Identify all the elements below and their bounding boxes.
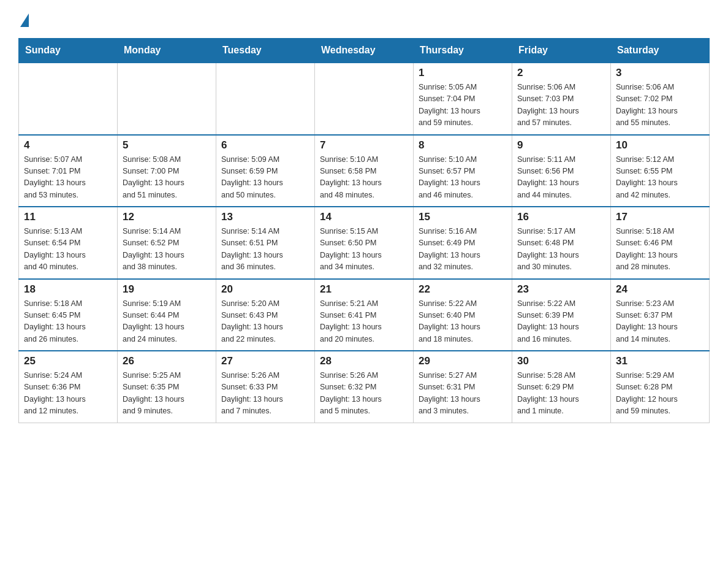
day-number: 15 [419,211,507,223]
day-number: 18 [24,283,112,296]
day-number: 5 [123,139,211,151]
day-info: Sunrise: 5:10 AM Sunset: 6:58 PM Dayligh… [320,154,408,202]
day-info: Sunrise: 5:15 AM Sunset: 6:50 PM Dayligh… [320,226,408,274]
day-number: 13 [221,211,309,223]
day-number: 23 [517,283,605,296]
col-header-friday: Friday [512,39,611,63]
day-number: 30 [517,355,605,367]
calendar-cell: 30Sunrise: 5:28 AM Sunset: 6:29 PM Dayli… [512,351,611,423]
col-header-thursday: Thursday [414,39,512,63]
calendar-cell: 18Sunrise: 5:18 AM Sunset: 6:45 PM Dayli… [19,279,118,351]
day-number: 29 [419,355,507,367]
day-info: Sunrise: 5:06 AM Sunset: 7:02 PM Dayligh… [616,82,704,129]
day-number: 26 [123,355,211,367]
calendar-cell: 4Sunrise: 5:07 AM Sunset: 7:01 PM Daylig… [19,135,118,207]
day-number: 12 [123,211,211,223]
day-number: 3 [616,67,704,79]
calendar-cell: 11Sunrise: 5:13 AM Sunset: 6:54 PM Dayli… [19,207,118,279]
day-info: Sunrise: 5:19 AM Sunset: 6:44 PM Dayligh… [123,298,211,346]
logo-triangle-icon [20,13,29,27]
day-number: 6 [221,139,309,151]
calendar-cell: 13Sunrise: 5:14 AM Sunset: 6:51 PM Dayli… [216,207,315,279]
day-number: 2 [517,67,605,79]
day-info: Sunrise: 5:29 AM Sunset: 6:28 PM Dayligh… [616,370,704,418]
calendar-cell: 16Sunrise: 5:17 AM Sunset: 6:48 PM Dayli… [512,207,611,279]
col-header-saturday: Saturday [611,39,710,63]
day-number: 25 [24,355,112,367]
day-number: 28 [320,355,408,367]
calendar-header-row: SundayMondayTuesdayWednesdayThursdayFrid… [19,39,710,63]
calendar-cell: 10Sunrise: 5:12 AM Sunset: 6:55 PM Dayli… [611,135,710,207]
calendar-cell: 12Sunrise: 5:14 AM Sunset: 6:52 PM Dayli… [118,207,216,279]
calendar-cell: 14Sunrise: 5:15 AM Sunset: 6:50 PM Dayli… [315,207,414,279]
calendar-cell [19,63,118,135]
col-header-wednesday: Wednesday [315,39,414,63]
page-header [18,12,710,27]
calendar-cell: 1Sunrise: 5:05 AM Sunset: 7:04 PM Daylig… [414,63,512,135]
day-number: 14 [320,211,408,223]
day-info: Sunrise: 5:10 AM Sunset: 6:57 PM Dayligh… [419,154,507,202]
day-info: Sunrise: 5:09 AM Sunset: 6:59 PM Dayligh… [221,154,309,202]
day-info: Sunrise: 5:08 AM Sunset: 7:00 PM Dayligh… [123,154,211,202]
calendar-cell: 9Sunrise: 5:11 AM Sunset: 6:56 PM Daylig… [512,135,611,207]
calendar-cell [315,63,414,135]
calendar-week-4: 18Sunrise: 5:18 AM Sunset: 6:45 PM Dayli… [19,279,710,351]
calendar-cell: 6Sunrise: 5:09 AM Sunset: 6:59 PM Daylig… [216,135,315,207]
calendar-cell [118,63,216,135]
col-header-monday: Monday [118,39,216,63]
day-info: Sunrise: 5:26 AM Sunset: 6:32 PM Dayligh… [320,370,408,418]
day-number: 4 [24,139,112,151]
day-info: Sunrise: 5:20 AM Sunset: 6:43 PM Dayligh… [221,298,309,346]
calendar-cell: 23Sunrise: 5:22 AM Sunset: 6:39 PM Dayli… [512,279,611,351]
calendar-cell: 28Sunrise: 5:26 AM Sunset: 6:32 PM Dayli… [315,351,414,423]
calendar-table: SundayMondayTuesdayWednesdayThursdayFrid… [18,38,710,423]
day-info: Sunrise: 5:11 AM Sunset: 6:56 PM Dayligh… [517,154,605,202]
day-number: 17 [616,211,704,223]
calendar-cell: 2Sunrise: 5:06 AM Sunset: 7:03 PM Daylig… [512,63,611,135]
day-number: 31 [616,355,704,367]
calendar-cell: 31Sunrise: 5:29 AM Sunset: 6:28 PM Dayli… [611,351,710,423]
calendar-cell: 5Sunrise: 5:08 AM Sunset: 7:00 PM Daylig… [118,135,216,207]
calendar-week-3: 11Sunrise: 5:13 AM Sunset: 6:54 PM Dayli… [19,207,710,279]
day-info: Sunrise: 5:18 AM Sunset: 6:46 PM Dayligh… [616,226,704,274]
calendar-cell: 21Sunrise: 5:21 AM Sunset: 6:41 PM Dayli… [315,279,414,351]
day-info: Sunrise: 5:25 AM Sunset: 6:35 PM Dayligh… [123,370,211,418]
day-info: Sunrise: 5:23 AM Sunset: 6:37 PM Dayligh… [616,298,704,346]
calendar-cell: 25Sunrise: 5:24 AM Sunset: 6:36 PM Dayli… [19,351,118,423]
day-info: Sunrise: 5:12 AM Sunset: 6:55 PM Dayligh… [616,154,704,202]
day-number: 10 [616,139,704,151]
day-number: 27 [221,355,309,367]
day-info: Sunrise: 5:26 AM Sunset: 6:33 PM Dayligh… [221,370,309,418]
calendar-week-2: 4Sunrise: 5:07 AM Sunset: 7:01 PM Daylig… [19,135,710,207]
day-info: Sunrise: 5:18 AM Sunset: 6:45 PM Dayligh… [24,298,112,346]
calendar-cell: 8Sunrise: 5:10 AM Sunset: 6:57 PM Daylig… [414,135,512,207]
day-number: 20 [221,283,309,296]
col-header-tuesday: Tuesday [216,39,315,63]
day-info: Sunrise: 5:28 AM Sunset: 6:29 PM Dayligh… [517,370,605,418]
day-info: Sunrise: 5:22 AM Sunset: 6:40 PM Dayligh… [419,298,507,346]
calendar-cell: 20Sunrise: 5:20 AM Sunset: 6:43 PM Dayli… [216,279,315,351]
calendar-cell: 19Sunrise: 5:19 AM Sunset: 6:44 PM Dayli… [118,279,216,351]
day-info: Sunrise: 5:21 AM Sunset: 6:41 PM Dayligh… [320,298,408,346]
day-number: 21 [320,283,408,296]
day-info: Sunrise: 5:16 AM Sunset: 6:49 PM Dayligh… [419,226,507,274]
day-number: 16 [517,211,605,223]
calendar-cell [216,63,315,135]
day-info: Sunrise: 5:17 AM Sunset: 6:48 PM Dayligh… [517,226,605,274]
calendar-cell: 15Sunrise: 5:16 AM Sunset: 6:49 PM Dayli… [414,207,512,279]
day-info: Sunrise: 5:06 AM Sunset: 7:03 PM Dayligh… [517,82,605,129]
col-header-sunday: Sunday [19,39,118,63]
logo [18,12,29,27]
day-info: Sunrise: 5:07 AM Sunset: 7:01 PM Dayligh… [24,154,112,202]
calendar-cell: 17Sunrise: 5:18 AM Sunset: 6:46 PM Dayli… [611,207,710,279]
calendar-cell: 24Sunrise: 5:23 AM Sunset: 6:37 PM Dayli… [611,279,710,351]
day-number: 19 [123,283,211,296]
day-info: Sunrise: 5:22 AM Sunset: 6:39 PM Dayligh… [517,298,605,346]
day-number: 9 [517,139,605,151]
day-info: Sunrise: 5:05 AM Sunset: 7:04 PM Dayligh… [419,82,507,129]
calendar-cell: 3Sunrise: 5:06 AM Sunset: 7:02 PM Daylig… [611,63,710,135]
day-number: 24 [616,283,704,296]
day-number: 1 [419,67,507,79]
day-number: 22 [419,283,507,296]
calendar-week-5: 25Sunrise: 5:24 AM Sunset: 6:36 PM Dayli… [19,351,710,423]
